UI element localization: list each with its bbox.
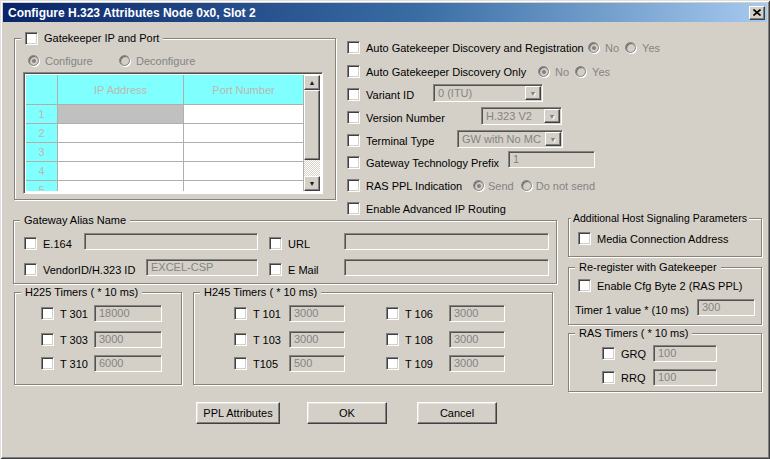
ras-ppl-no-send-radio[interactable]	[521, 180, 532, 191]
chevron-down-icon[interactable]: ▼	[525, 86, 541, 100]
scroll-down-icon[interactable]: ▼	[304, 176, 320, 191]
ahs-label: Additional Host Signaling Parameters	[573, 211, 747, 225]
auto-gk-reg-yes-radio[interactable]	[625, 42, 636, 53]
email-checkbox[interactable]	[269, 263, 282, 276]
t109-checkbox[interactable]	[386, 357, 399, 370]
variant-id-combo[interactable]: 0 (ITU) ▼	[433, 84, 543, 102]
chevron-down-icon[interactable]: ▼	[545, 132, 561, 146]
email-field[interactable]	[344, 259, 549, 276]
table-row: 4	[26, 162, 304, 181]
scrollbar-thumb[interactable]	[304, 90, 320, 160]
rrq-checkbox[interactable]	[602, 371, 615, 384]
media-conn-checkbox[interactable]	[578, 232, 591, 245]
version-number-combo[interactable]: H.323 V2 ▼	[481, 107, 562, 125]
t310-label: T 310	[60, 358, 94, 370]
scroll-up-icon[interactable]: ▲	[304, 75, 320, 90]
cancel-button[interactable]: Cancel	[417, 402, 497, 424]
t101-checkbox[interactable]	[234, 307, 247, 320]
gw-tech-prefix-field[interactable]: 1	[508, 151, 595, 168]
t106-field[interactable]: 3000	[449, 305, 505, 322]
ras-timers-legend: RAS Timers ( * 10 ms)	[575, 326, 692, 340]
t301-checkbox[interactable]	[41, 307, 54, 320]
t109-row: T 109 3000	[386, 355, 505, 372]
version-number-checkbox[interactable]	[347, 111, 360, 124]
vendor-id-checkbox[interactable]	[24, 263, 37, 276]
ip-cell[interactable]	[58, 181, 184, 191]
adv-ip-routing-checkbox[interactable]	[347, 202, 360, 215]
auto-gk-only-yes-radio[interactable]	[575, 66, 586, 77]
ok-button[interactable]: OK	[307, 402, 387, 424]
t301-field[interactable]: 18000	[94, 305, 162, 322]
variant-id-checkbox[interactable]	[347, 88, 360, 101]
auto-gk-only-label: Auto Gatekeeper Discovery Only	[366, 66, 526, 78]
t303-field[interactable]: 3000	[94, 331, 162, 348]
table-row: 5	[26, 181, 304, 191]
row-header[interactable]: 4	[26, 162, 58, 181]
ras-timers-label: RAS Timers ( * 10 ms)	[579, 326, 688, 340]
terminal-type-checkbox[interactable]	[347, 134, 360, 147]
table-vertical-scrollbar[interactable]: ▲ ▼	[304, 75, 320, 191]
t101-field[interactable]: 3000	[289, 305, 345, 322]
deconfigure-label: Deconfigure	[136, 55, 195, 67]
url-field[interactable]	[344, 233, 549, 250]
grq-field[interactable]: 100	[653, 345, 717, 362]
auto-gk-only-checkbox[interactable]	[347, 65, 360, 78]
ip-cell-selected[interactable]	[58, 105, 184, 124]
cfg-byte2-checkbox[interactable]	[578, 279, 591, 292]
deconfigure-radio[interactable]	[119, 55, 130, 66]
t105-field[interactable]: 500	[289, 355, 345, 372]
ras-ppl-send-radio[interactable]	[473, 180, 484, 191]
row-header[interactable]: 3	[26, 143, 58, 162]
port-cell[interactable]	[184, 124, 304, 143]
ahs-legend: Additional Host Signaling Parameters	[571, 211, 749, 225]
t108-checkbox[interactable]	[386, 333, 399, 346]
auto-gk-reg-no-radio[interactable]	[588, 42, 599, 53]
t103-checkbox[interactable]	[234, 333, 247, 346]
gateway-alias-group: Gateway Alias Name E.164 VendorID/H.323 …	[13, 220, 557, 284]
t103-label: T 103	[253, 334, 289, 346]
t108-field[interactable]: 3000	[449, 331, 505, 348]
t109-label: T 109	[405, 358, 441, 370]
port-cell[interactable]	[184, 162, 304, 181]
t310-field[interactable]: 6000	[94, 355, 162, 372]
auto-gk-reg-radios: No Yes	[588, 40, 660, 55]
row-header[interactable]: 1	[26, 105, 58, 124]
rereg-group: Re-register with Gatekeeper Enable Cfg B…	[568, 267, 762, 325]
ras-ppl-checkbox[interactable]	[347, 179, 360, 192]
auto-gk-reg-yes-label: Yes	[642, 42, 660, 54]
url-checkbox[interactable]	[269, 237, 282, 250]
e164-field[interactable]	[84, 233, 258, 250]
t310-checkbox[interactable]	[41, 357, 54, 370]
configure-label: Configure	[45, 55, 93, 67]
timer1-field[interactable]: 300	[697, 299, 755, 316]
terminal-type-combo[interactable]: GW with No MC ▼	[457, 130, 563, 148]
port-cell[interactable]	[184, 105, 304, 124]
terminal-type-value: GW with No MC	[458, 133, 545, 145]
t105-checkbox[interactable]	[234, 357, 247, 370]
auto-gk-reg-checkbox[interactable]	[347, 41, 360, 54]
vendor-id-field[interactable]: EXCEL-CSP	[146, 259, 258, 276]
ppl-attributes-button[interactable]: PPL Attributes	[196, 402, 280, 424]
rrq-field[interactable]: 100	[653, 369, 717, 386]
t103-field[interactable]: 3000	[289, 331, 345, 348]
ip-cell[interactable]	[58, 124, 184, 143]
t108-label: T 108	[405, 334, 441, 346]
vendor-id-label: VendorID/H.323 ID	[43, 264, 135, 276]
e164-checkbox[interactable]	[24, 237, 37, 250]
t109-field[interactable]: 3000	[449, 355, 505, 372]
configure-radio[interactable]	[28, 55, 39, 66]
chevron-down-icon[interactable]: ▼	[544, 109, 560, 123]
gw-tech-prefix-checkbox[interactable]	[347, 156, 360, 169]
close-button[interactable]	[749, 6, 765, 20]
row-header[interactable]: 2	[26, 124, 58, 143]
auto-gk-only-no-radio[interactable]	[538, 66, 549, 77]
row-header[interactable]: 5	[26, 181, 58, 191]
grq-checkbox[interactable]	[602, 347, 615, 360]
t106-checkbox[interactable]	[386, 307, 399, 320]
t303-checkbox[interactable]	[41, 333, 54, 346]
port-cell[interactable]	[184, 143, 304, 162]
ip-cell[interactable]	[58, 162, 184, 181]
gatekeeper-ip-port-checkbox[interactable]	[25, 32, 38, 45]
port-cell[interactable]	[184, 181, 304, 191]
ip-cell[interactable]	[58, 143, 184, 162]
